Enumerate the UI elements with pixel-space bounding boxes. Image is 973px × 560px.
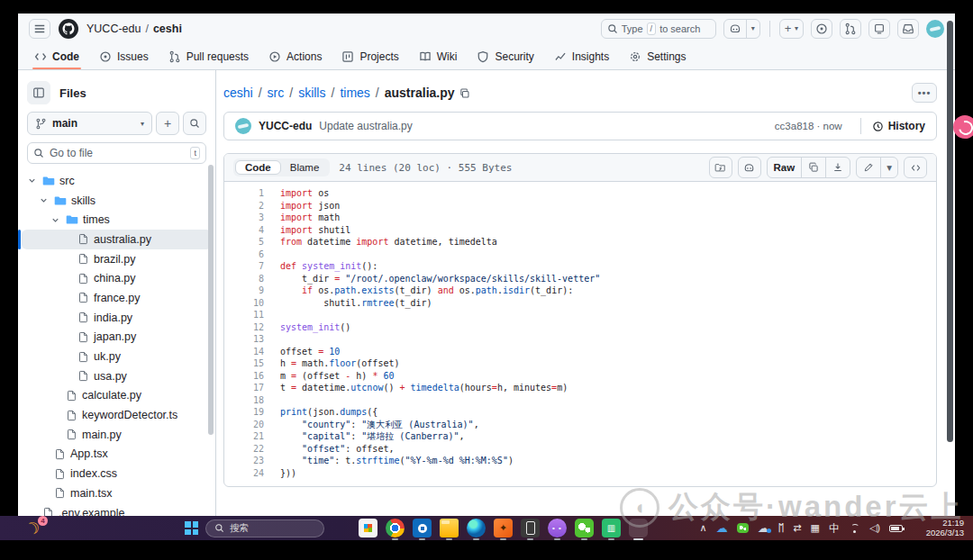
tree-file-japan.py[interactable]: japan.py bbox=[22, 328, 212, 348]
tray-chevron-up-icon[interactable]: ∧ bbox=[700, 523, 707, 533]
ime-indicator[interactable]: 中 bbox=[829, 523, 840, 534]
page-scrollbar[interactable] bbox=[947, 21, 953, 442]
wechat-tray-icon[interactable] bbox=[737, 523, 749, 533]
tab-security[interactable]: Security bbox=[469, 43, 541, 69]
line-number[interactable]: 20 bbox=[224, 419, 280, 431]
tab-settings[interactable]: Settings bbox=[622, 43, 693, 69]
floating-widget-button[interactable] bbox=[953, 115, 973, 139]
tree-folder-src[interactable]: src bbox=[22, 171, 212, 191]
taskbar-icon-edge[interactable] bbox=[467, 519, 486, 537]
history-button[interactable]: History bbox=[860, 118, 925, 134]
tab-code[interactable]: Code bbox=[27, 43, 86, 69]
edit-file-button[interactable] bbox=[857, 158, 880, 177]
more-options-button[interactable]: ••• bbox=[912, 83, 937, 103]
line-number[interactable]: 4 bbox=[224, 224, 280, 237]
battery-icon[interactable] bbox=[889, 525, 903, 532]
taskbar-icon-devtool[interactable]: ✦ bbox=[494, 519, 513, 537]
line-number[interactable]: 13 bbox=[224, 333, 280, 346]
tree-file-china.py[interactable]: china.py bbox=[22, 268, 212, 288]
tree-file-index.css[interactable]: index.css bbox=[22, 464, 212, 483]
symbols-panel-button[interactable] bbox=[904, 157, 927, 178]
touch-keyboard-icon[interactable]: ▦ bbox=[810, 523, 819, 533]
breadcrumb-link-skills[interactable]: skills bbox=[298, 86, 325, 100]
taskbar-corner-app-icon[interactable]: ☽ 4 bbox=[25, 519, 45, 538]
tab-wiki[interactable]: Wiki bbox=[412, 43, 465, 69]
tree-file-App.tsx[interactable]: App.tsx bbox=[22, 445, 212, 465]
breadcrumb-link-times[interactable]: times bbox=[340, 86, 369, 100]
search-files-button[interactable] bbox=[183, 112, 206, 135]
line-number[interactable]: 15 bbox=[224, 357, 280, 370]
tab-insights[interactable]: Insights bbox=[547, 43, 616, 69]
taskbar-search-box[interactable]: 搜索 bbox=[205, 519, 324, 537]
tab-blame[interactable]: Blame bbox=[281, 160, 329, 175]
copy-path-icon[interactable] bbox=[459, 87, 470, 99]
line-number[interactable]: 11 bbox=[224, 309, 280, 321]
tree-file-.env.example[interactable]: .env.example bbox=[22, 503, 212, 516]
line-number[interactable]: 21 bbox=[224, 430, 280, 443]
pull-requests-header-button[interactable] bbox=[840, 19, 861, 39]
taskbar-icon-outlook[interactable] bbox=[413, 519, 432, 537]
breadcrumb-link-src[interactable]: src bbox=[268, 86, 285, 100]
commit-author-avatar[interactable] bbox=[235, 118, 251, 134]
start-button[interactable] bbox=[185, 521, 198, 535]
wifi-icon[interactable] bbox=[849, 524, 860, 533]
tree-folder-skills[interactable]: skills bbox=[22, 191, 212, 211]
tree-file-france.py[interactable]: france.py bbox=[22, 288, 212, 308]
line-number[interactable]: 2 bbox=[224, 200, 280, 212]
line-number[interactable]: 6 bbox=[224, 248, 280, 261]
copy-raw-button[interactable] bbox=[801, 158, 825, 177]
user-avatar[interactable] bbox=[926, 20, 944, 38]
line-number[interactable]: 9 bbox=[224, 285, 280, 297]
new-file-button[interactable]: + bbox=[156, 112, 179, 135]
line-number[interactable]: 17 bbox=[224, 382, 280, 394]
line-number[interactable]: 19 bbox=[224, 406, 280, 419]
taskbar-icon-task-view[interactable] bbox=[332, 519, 350, 537]
tree-file-keywordDetector.ts[interactable]: keywordDetector.ts bbox=[22, 405, 212, 425]
create-new-button[interactable]: + ▾ bbox=[779, 19, 804, 39]
tree-file-uk.py[interactable]: uk.py bbox=[22, 347, 212, 366]
tab-pull-requests[interactable]: Pull requests bbox=[161, 43, 256, 69]
taskbar-icon-store[interactable] bbox=[359, 519, 377, 537]
line-number[interactable]: 18 bbox=[224, 394, 280, 407]
taskbar-clock[interactable]: 21:19 2026/3/13 bbox=[926, 519, 964, 537]
line-number[interactable]: 12 bbox=[224, 321, 280, 334]
tree-file-australia.py[interactable]: australia.py bbox=[22, 230, 212, 249]
taskbar-icon-wallet-app[interactable]: ▥ bbox=[602, 519, 621, 537]
copilot-code-button[interactable] bbox=[738, 157, 761, 178]
copilot-button[interactable]: ▾ bbox=[723, 19, 760, 39]
commit-author[interactable]: YUCC-edu bbox=[259, 120, 312, 132]
tree-file-india.py[interactable]: india.py bbox=[22, 308, 212, 328]
branch-selector[interactable]: main ▾ bbox=[27, 112, 152, 135]
taskbar-icon-cat-app[interactable]: • • bbox=[548, 519, 567, 537]
line-number[interactable]: 24 bbox=[224, 467, 280, 480]
line-number[interactable]: 3 bbox=[224, 212, 280, 224]
line-number[interactable]: 7 bbox=[224, 260, 280, 273]
line-number[interactable]: 16 bbox=[224, 370, 280, 383]
breadcrumb-link-ceshi[interactable]: ceshi bbox=[223, 86, 253, 100]
tab-code[interactable]: Code bbox=[235, 160, 281, 175]
tree-file-usa.py[interactable]: usa.py bbox=[22, 366, 212, 386]
line-number[interactable]: 10 bbox=[224, 297, 280, 310]
symlink-directory-button[interactable] bbox=[709, 157, 732, 178]
taskbar-icon-qq[interactable] bbox=[629, 519, 648, 537]
hamburger-menu-button[interactable] bbox=[29, 19, 50, 39]
settings-toggles-icon[interactable]: ⇄ bbox=[793, 523, 801, 533]
tree-file-main.py[interactable]: main.py bbox=[22, 425, 212, 445]
volume-icon[interactable]: ◁) bbox=[869, 523, 880, 533]
commit-message[interactable]: Update australia.py bbox=[319, 120, 412, 132]
raw-button[interactable]: Raw bbox=[768, 158, 802, 177]
tab-actions[interactable]: Actions bbox=[261, 43, 329, 69]
taskbar-icon-wechat[interactable] bbox=[575, 519, 594, 537]
tree-file-brazil.py[interactable]: brazil.py bbox=[22, 249, 212, 269]
goto-file-input[interactable]: Go to file t bbox=[27, 142, 206, 164]
issues-header-button[interactable] bbox=[811, 19, 832, 39]
line-number[interactable]: 22 bbox=[224, 443, 280, 456]
tab-projects[interactable]: Projects bbox=[334, 43, 405, 69]
line-number[interactable]: 1 bbox=[224, 187, 280, 200]
line-number[interactable]: 14 bbox=[224, 346, 280, 358]
download-button[interactable] bbox=[825, 158, 850, 177]
tree-file-main.tsx[interactable]: main.tsx bbox=[22, 483, 212, 503]
global-search-input[interactable]: Type / to search bbox=[601, 19, 716, 39]
taskbar-icon-chrome[interactable] bbox=[386, 519, 405, 537]
codespaces-header-button[interactable] bbox=[868, 19, 890, 39]
